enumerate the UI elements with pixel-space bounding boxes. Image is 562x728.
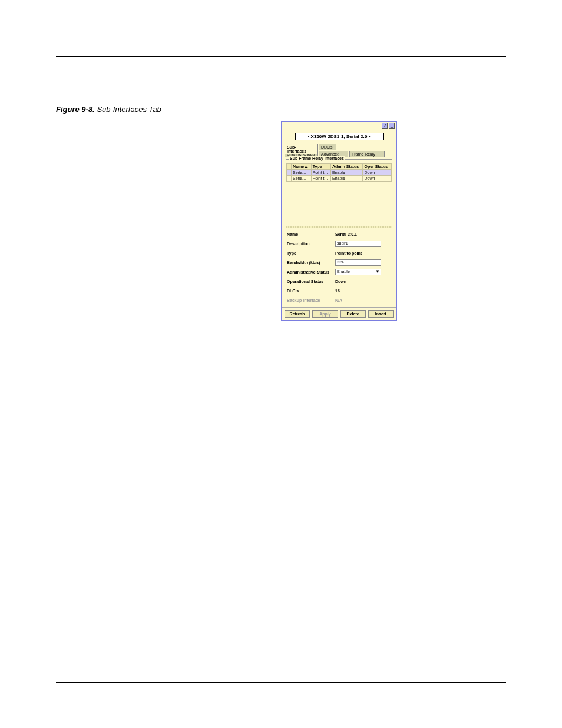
breadcrumb[interactable]: • X330W-2DS1-1, Serial 2:0 •: [295, 133, 384, 140]
sub-frame-relay-group: Sub Frame Relay Interfaces Name▲ Type Ad…: [286, 159, 392, 223]
input-bandwidth[interactable]: 224: [335, 259, 381, 266]
label-admin-status: Administrative Status: [287, 270, 335, 274]
grid-row[interactable]: Seria... Point t... Enable Down: [287, 176, 392, 182]
label-type: Type: [287, 251, 335, 255]
value-type: Point to point: [335, 251, 391, 255]
header-rule: [56, 56, 506, 57]
grid-empty-space: [286, 182, 392, 223]
value-name: Serial 2:0.1: [335, 232, 391, 236]
insert-button[interactable]: Insert: [368, 310, 394, 318]
figure-title-text: Sub-Interfaces Tab: [97, 105, 161, 114]
value-dlcis: 16: [335, 289, 391, 293]
label-dlcis: DLCIs: [287, 289, 335, 293]
figure-number: Figure 9-8.: [56, 105, 95, 114]
footer-rule: [56, 682, 506, 683]
help-icon[interactable]: ?: [382, 123, 388, 129]
apply-button: Apply: [312, 310, 338, 318]
value-oper-status: Down: [335, 279, 391, 284]
col-oper[interactable]: Oper Status: [363, 164, 392, 170]
col-name[interactable]: Name▲: [292, 164, 312, 170]
tab-sub-interfaces[interactable]: Sub-Interfaces: [285, 144, 318, 154]
label-name: Name: [287, 232, 335, 236]
groupbox-label: Sub Frame Relay Interfaces: [289, 156, 345, 160]
titlebar-icons: ? _: [382, 123, 395, 129]
dialog-titlebar: ? _: [282, 122, 396, 130]
figure-caption: Figure 9-8. Sub-Interfaces Tab: [56, 105, 161, 114]
interfaces-grid[interactable]: Name▲ Type Admin Status Oper Status Seri…: [286, 163, 392, 182]
grid-row[interactable]: Seria... Point t... Enable Down: [287, 170, 392, 176]
select-admin-status[interactable]: Enable: [335, 269, 381, 275]
input-description[interactable]: subif1: [335, 241, 381, 247]
label-oper-status: Operational Status: [287, 279, 335, 284]
col-admin[interactable]: Admin Status: [331, 164, 363, 170]
splitter[interactable]: [286, 226, 392, 228]
label-backup: Backup Interface: [287, 298, 335, 302]
button-row: Refresh Apply Delete Insert: [282, 307, 396, 320]
tab-frame-relay[interactable]: Frame Relay: [349, 151, 385, 157]
dialog-window: ? _ • X330W-2DS1-1, Serial 2:0 • Sub-Int…: [281, 121, 397, 321]
label-bandwidth: Bandwidth (kb/s): [287, 261, 335, 265]
label-description: Description: [287, 242, 335, 246]
col-type[interactable]: Type: [311, 164, 330, 170]
grid-header-row: Name▲ Type Admin Status Oper Status: [287, 164, 392, 170]
value-backup: N/A: [335, 298, 391, 302]
delete-button[interactable]: Delete: [340, 310, 366, 318]
refresh-button[interactable]: Refresh: [285, 310, 310, 318]
tab-dlcis[interactable]: DLCIs: [319, 144, 336, 150]
minimize-icon[interactable]: _: [389, 123, 395, 129]
details-form: Name Serial 2:0.1 Description subif1 Typ…: [287, 230, 391, 304]
